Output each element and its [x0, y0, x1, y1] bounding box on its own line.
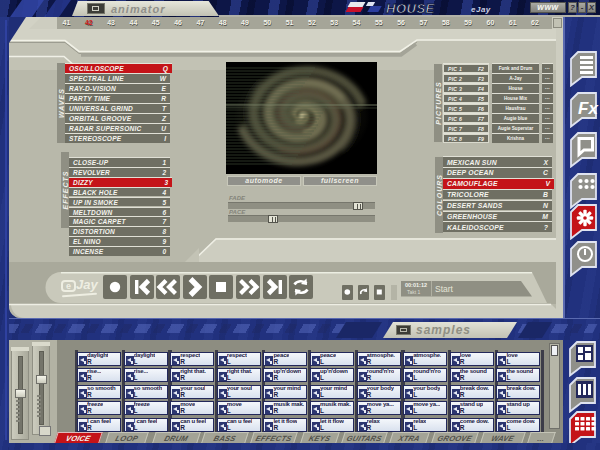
svg-text:Fx: Fx — [578, 99, 599, 118]
